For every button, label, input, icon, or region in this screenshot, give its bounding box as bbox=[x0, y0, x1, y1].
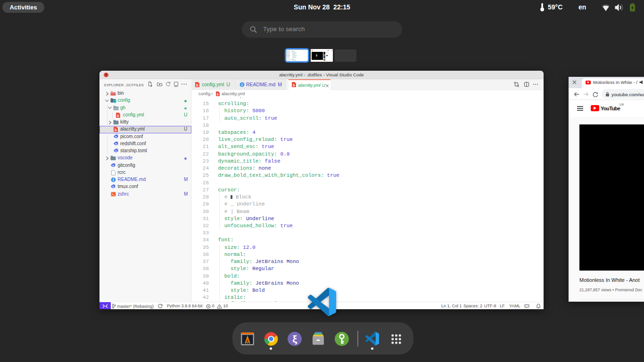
svg-text:ξ: ξ bbox=[292, 333, 297, 345]
